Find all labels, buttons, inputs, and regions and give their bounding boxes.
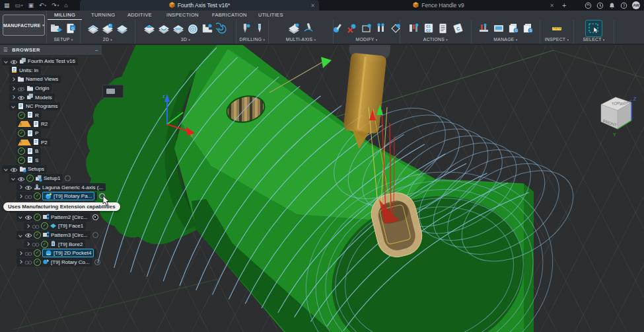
tree-item[interactable]: ✓[T9] Rotary Co...	[17, 258, 92, 267]
caret-right-icon[interactable]	[11, 78, 16, 81]
caret-right-icon[interactable]	[18, 186, 23, 188]
tree-item-label: R2	[41, 121, 48, 127]
ribbon-group-label[interactable]: DRILLING ▾	[240, 37, 266, 42]
tool-library-icon[interactable]	[492, 22, 505, 35]
thread-icon[interactable]	[253, 22, 266, 35]
caret-right-icon[interactable]	[18, 195, 23, 198]
redo-icon[interactable]: ↷▾	[50, 0, 61, 11]
user-avatar[interactable]: AW	[632, 1, 640, 9]
caret-right-icon[interactable]	[11, 87, 16, 90]
end-block-side	[524, 184, 534, 332]
2d-adaptive-icon[interactable]	[87, 22, 100, 35]
browser-collapse-icon[interactable]: −	[94, 47, 98, 54]
tree-item[interactable]: ✓[T9] Rotary Pa...	[17, 192, 97, 200]
fixture-icon[interactable]	[478, 22, 491, 35]
stock-mode-icon[interactable]	[360, 22, 373, 35]
extension-badge-ghost[interactable]	[92, 232, 98, 238]
ribbon-group-label[interactable]: MANAGE ▾	[493, 37, 517, 42]
caret-down-icon[interactable]	[3, 168, 9, 171]
svg-text:S: S	[529, 28, 532, 32]
window-select-icon[interactable]	[586, 21, 602, 36]
ribbon-tab-turning[interactable]: TURNING	[91, 12, 115, 18]
ribbon-group-label[interactable]: SETUP ▾	[54, 37, 73, 42]
new-document-tab-button[interactable]: +	[558, 1, 570, 9]
undo-icon[interactable]: ↶▾	[37, 0, 48, 11]
setup-icon[interactable]	[50, 22, 63, 35]
edit-toolpath-icon[interactable]	[331, 22, 344, 35]
svg-text:?: ?	[623, 3, 626, 7]
view-cube[interactable]: TOP FRONT RIGHT Z Y	[593, 93, 638, 139]
spiral-icon[interactable]	[215, 22, 229, 35]
export-nc-icon[interactable]: C	[451, 22, 464, 35]
browser-row: !P2	[0, 138, 102, 147]
sample-library-icon[interactable]: S	[521, 22, 534, 35]
caret-down-icon[interactable]	[11, 105, 16, 108]
ribbon-tab-utilities[interactable]: UTILITIES	[258, 12, 283, 18]
notifications-icon[interactable]	[608, 2, 616, 9]
caret-down-icon[interactable]	[3, 60, 9, 63]
multi-axis-contour-icon[interactable]	[302, 22, 315, 35]
visibility-dim-icon[interactable]	[24, 256, 32, 268]
close-tab-icon[interactable]: ✕	[550, 3, 554, 9]
browser-header[interactable]: ☰ BROWSER −	[0, 45, 102, 56]
caret-right-icon[interactable]	[18, 261, 23, 263]
drill-icon[interactable]	[238, 22, 252, 35]
extension-badge-dark[interactable]	[92, 214, 98, 220]
caret-right-icon[interactable]	[25, 243, 30, 245]
3d-pocket-icon[interactable]	[157, 22, 170, 35]
measure-icon[interactable]	[550, 22, 563, 35]
extension-badge-ghost[interactable]	[94, 259, 100, 265]
browser-menu-icon[interactable]: ☰	[3, 47, 8, 53]
ribbon-group-label[interactable]: MODIFY ▾	[355, 37, 377, 42]
2d-pocket-icon[interactable]	[101, 22, 114, 35]
post-process-icon[interactable]: G1G2	[422, 22, 435, 35]
home-icon[interactable]: ⌂	[62, 0, 69, 11]
contour-icon[interactable]	[186, 22, 199, 35]
3d-adaptive-icon[interactable]	[143, 22, 156, 35]
document-tab-2[interactable]: Fence Handle v9✕	[319, 0, 558, 11]
document-tab-1[interactable]: Fourth Axis Test v16*✕	[80, 0, 319, 11]
ribbon-group-label[interactable]: INSPECT ▾	[545, 37, 569, 42]
tree-item-label: [T9] Rotary Co...	[51, 259, 90, 265]
ribbon-group-label[interactable]: ACTIONS ▾	[423, 37, 448, 42]
caret-down-icon[interactable]	[18, 216, 23, 218]
tool-change-icon[interactable]	[375, 22, 388, 35]
tree-item[interactable]: ✓[T9] Bore2	[24, 240, 85, 249]
ribbon-group-label[interactable]: 3D ▾	[181, 37, 190, 42]
caret-right-icon[interactable]	[11, 96, 16, 99]
visibility-dim-icon[interactable]	[32, 220, 40, 232]
caret-down-icon[interactable]	[18, 234, 23, 237]
ribbon-group-label[interactable]: MULTI-AXIS ▾	[286, 37, 316, 42]
browser-row: ✓[T9] Rotary Pa...	[0, 192, 102, 201]
simulate-icon[interactable]	[408, 22, 421, 35]
app-grid-icon[interactable]: ▦	[2, 0, 12, 11]
help-icon[interactable]: ?	[620, 2, 627, 9]
job-status-icon[interactable]	[596, 2, 604, 9]
extension-badge-ghost[interactable]	[65, 175, 71, 181]
ramp-icon[interactable]	[201, 22, 214, 35]
caret-right-icon[interactable]	[18, 252, 23, 255]
save-icon[interactable]: ▣	[26, 0, 36, 11]
close-tab-icon[interactable]: ✕	[310, 3, 315, 9]
ribbon-tab-milling[interactable]: MILLING	[54, 12, 75, 18]
ribbon-groups: GSETUP ▾2D ▾3D ▾DRILLING ▾MULTI-AXIS ▾MO…	[47, 20, 614, 44]
swarf-icon[interactable]	[287, 22, 301, 35]
visibility-dim-icon[interactable]	[24, 190, 32, 202]
ribbon-tab-additive[interactable]: ADDITIVE	[127, 12, 152, 18]
ribbon-tab-fabrication[interactable]: FABRICATION	[212, 12, 247, 18]
setup-sheet-icon[interactable]	[437, 22, 450, 35]
caret-right-icon[interactable]	[25, 225, 30, 228]
collapsed-panel-button[interactable]	[102, 85, 124, 98]
parallel-icon[interactable]	[172, 22, 185, 35]
ribbon-tab-inspection[interactable]: INSPECTION	[166, 12, 199, 18]
ribbon-group-label[interactable]: SELECT ▾	[583, 37, 604, 42]
caret-down-icon[interactable]	[11, 177, 16, 180]
delete-toolpath-icon[interactable]	[345, 22, 359, 35]
new-file-icon[interactable]: ▭▾	[13, 0, 25, 11]
face-icon[interactable]	[116, 22, 129, 35]
ribbon-group-label[interactable]: 2D ▾	[103, 37, 112, 42]
nc-program-icon[interactable]: G	[64, 22, 77, 35]
visibility-dim-icon[interactable]	[32, 238, 40, 250]
template-library-icon[interactable]: G	[507, 22, 520, 35]
extensions-icon[interactable]	[585, 2, 592, 9]
